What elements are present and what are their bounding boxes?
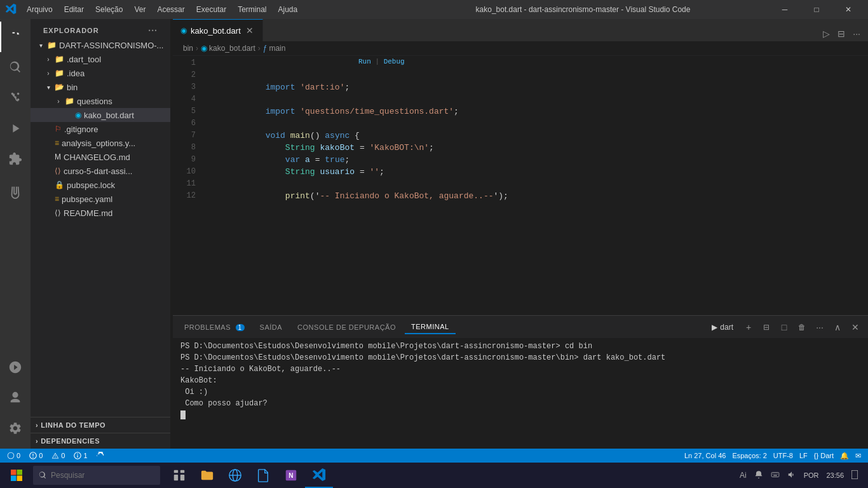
panel-tab-console[interactable]: CONSOLE DE DEPURAÇÃO <box>291 321 402 334</box>
maximize-panel-button[interactable]: □ <box>776 320 792 335</box>
activity-settings[interactable] <box>0 413 31 444</box>
status-position[interactable]: Ln 27, Col 46 <box>682 452 728 459</box>
tab-close-button[interactable]: ✕ <box>245 25 255 36</box>
status-remote[interactable]: 0 <box>5 452 22 459</box>
tree-changelog[interactable]: M CHANGELOG.md <box>31 150 170 164</box>
status-sync[interactable] <box>95 452 106 459</box>
tree-analysis[interactable]: ≡ analysis_options.y... <box>31 136 170 150</box>
minimize-button[interactable]: ─ <box>770 0 799 19</box>
status-info[interactable]: 1 <box>72 452 89 459</box>
taskbar-system-tray: Ai POR 23:56 <box>737 469 865 482</box>
sidebar-menu-icon[interactable]: ··· <box>148 25 158 36</box>
menu-selecao[interactable]: Seleção <box>90 4 128 15</box>
run-hint-label[interactable]: Run <box>358 58 371 65</box>
panel-close-button[interactable]: ✕ <box>848 320 863 335</box>
terminal-line-4: KakoBot: <box>180 375 860 386</box>
activity-run[interactable] <box>0 113 31 144</box>
chevron-down-icon: ▾ <box>36 42 46 49</box>
yaml-file-icon2: ≡ <box>55 194 59 203</box>
tab-kako-bot[interactable]: ◉ kako_bot.dart ✕ <box>173 19 263 41</box>
more-actions-icon[interactable]: ··· <box>850 26 863 41</box>
status-warnings[interactable]: 0 <box>50 452 67 459</box>
activity-remote[interactable] <box>0 352 31 383</box>
tree-curso[interactable]: ⟨⟩ curso-5-dart-assi... <box>31 164 170 178</box>
start-button[interactable] <box>3 463 31 488</box>
debug-hint-label[interactable]: Debug <box>384 58 405 65</box>
panel-more-button[interactable]: ··· <box>812 320 827 335</box>
menu-acessar[interactable]: Acessar <box>152 4 189 15</box>
taskbar-files-icon[interactable] <box>249 463 277 488</box>
folder-icon: 📁 <box>65 97 74 105</box>
svg-rect-19 <box>771 473 779 477</box>
code-content[interactable]: Run | Debug import 'dart:io'; import 'qu… <box>201 56 859 315</box>
breadcrumb-main[interactable]: ƒ main <box>263 44 286 53</box>
maximize-button[interactable]: □ <box>802 0 831 19</box>
tree-pubspec-yaml[interactable]: ≡ pubspec.yaml <box>31 192 170 206</box>
panel-tab-terminal[interactable]: TERMINAL <box>405 320 456 334</box>
taskbar-keyboard-icon[interactable] <box>768 469 782 482</box>
svg-rect-13 <box>180 475 184 480</box>
breadcrumb-bin[interactable]: bin <box>183 44 193 53</box>
panel-tab-problems[interactable]: PROBLEMAS 1 <box>178 321 251 334</box>
new-terminal-button[interactable]: + <box>741 320 756 335</box>
kill-terminal-button[interactable]: 🗑 <box>794 320 810 335</box>
run-icon[interactable]: ▷ <box>820 26 832 41</box>
tree-label: CHANGELOG.md <box>64 152 130 162</box>
taskbar-explorer-icon[interactable] <box>193 463 221 488</box>
taskbar-time[interactable]: 23:56 <box>824 470 846 480</box>
panel-tab-saida[interactable]: SAÍDA <box>254 321 289 334</box>
close-button[interactable]: ✕ <box>834 0 863 19</box>
menu-ajuda[interactable]: Ajuda <box>273 4 303 15</box>
tree-kako-bot[interactable]: ◉ kako_bot.dart <box>31 108 170 122</box>
tree-bin[interactable]: ▾ 📂 bin <box>31 80 170 94</box>
timeline-header[interactable]: › LINHA DO TEMPO <box>31 420 170 430</box>
taskbar-volume-icon[interactable] <box>785 469 799 482</box>
menu-terminal[interactable]: Terminal <box>233 4 271 15</box>
tree-questions[interactable]: › 📁 questions <box>31 94 170 108</box>
menu-executar[interactable]: Executar <box>191 4 231 15</box>
activity-source-control[interactable] <box>0 83 31 113</box>
status-eol[interactable]: LF <box>797 452 810 459</box>
taskbar-browser-icon[interactable] <box>221 463 249 488</box>
status-errors[interactable]: 0 <box>27 452 44 459</box>
activity-account[interactable] <box>0 383 31 413</box>
taskbar-ai-label[interactable]: Ai <box>737 470 749 481</box>
menu-arquivo[interactable]: Arquivo <box>22 4 58 15</box>
activity-bar-bottom <box>0 352 31 449</box>
activity-explorer[interactable] <box>0 22 31 52</box>
breadcrumb-file[interactable]: ◉ kako_bot.dart <box>201 44 255 53</box>
taskview-button[interactable] <box>165 463 193 488</box>
tree-idea[interactable]: › 📁 .idea <box>31 66 170 80</box>
activity-test[interactable] <box>0 177 31 207</box>
taskbar-note-icon[interactable]: N <box>277 463 305 488</box>
dependencies-header[interactable]: › DEPENDENCIES <box>31 436 170 446</box>
menu-editar[interactable]: Editar <box>59 4 89 15</box>
activity-extensions[interactable] <box>0 144 31 174</box>
activity-search[interactable] <box>0 52 31 83</box>
status-spaces[interactable]: Espaços: 2 <box>730 452 768 459</box>
status-encoding[interactable]: UTF-8 <box>771 452 795 459</box>
status-feedback[interactable]: ✉ <box>853 452 863 460</box>
menu-ver[interactable]: Ver <box>129 4 151 15</box>
tree-root-folder[interactable]: ▾ 📁 DART-ASSINCRONISMO-... <box>31 38 170 52</box>
taskbar-search-input[interactable] <box>51 471 146 480</box>
run-debug-hint[interactable]: Run | Debug <box>358 56 405 68</box>
panel-collapse-button[interactable]: ∧ <box>830 320 845 335</box>
taskbar-vscode-icon[interactable] <box>305 463 333 488</box>
split-terminal-button[interactable]: ⊟ <box>759 320 774 335</box>
status-notifications[interactable]: 🔔 <box>838 452 851 460</box>
tree-dart-tool[interactable]: › 📁 .dart_tool <box>31 52 170 66</box>
tree-readme[interactable]: ⟨⟩ README.md <box>31 206 170 220</box>
taskbar-show-desktop[interactable] <box>849 469 860 482</box>
taskbar-search-box[interactable] <box>33 466 160 485</box>
tree-gitignore[interactable]: ⚐ .gitignore <box>31 122 170 136</box>
tree-pubspec-lock[interactable]: 🔒 pubspec.lock <box>31 178 170 192</box>
taskbar-notifications-icon[interactable] <box>752 469 766 482</box>
split-editor-icon[interactable]: ⊟ <box>835 26 848 41</box>
status-language[interactable]: {} Dart <box>812 452 836 459</box>
terminal-content[interactable]: PS D:\Documentos\Estudos\Desenvolvimento… <box>173 338 868 449</box>
tree-label: pubspec.yaml <box>62 194 112 204</box>
editor-scrollbar[interactable] <box>859 56 868 315</box>
taskbar-language[interactable]: POR <box>801 470 822 480</box>
chevron-right-icon: › <box>36 437 38 445</box>
